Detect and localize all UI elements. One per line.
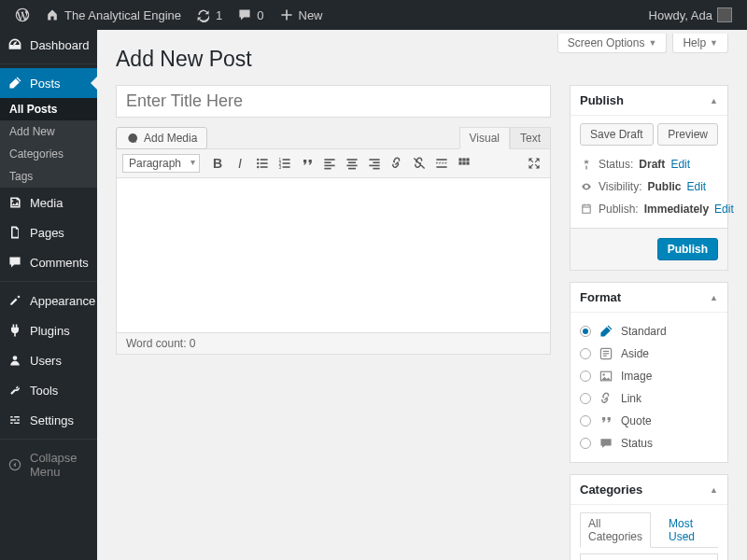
visibility-label: Visibility: — [599, 180, 641, 193]
status-label: Status: — [599, 158, 633, 171]
collapse-menu[interactable]: Collapse Menu — [0, 443, 97, 486]
format-label: Quote — [621, 414, 652, 427]
help-tab[interactable]: Help▼ — [672, 34, 728, 53]
text-tab[interactable]: Text — [510, 127, 551, 149]
bold-button[interactable]: B — [207, 153, 228, 174]
svg-point-5 — [257, 166, 259, 168]
screen-options-tab[interactable]: Screen Options▼ — [557, 34, 668, 53]
comments-count: 0 — [257, 8, 263, 22]
svg-rect-35 — [603, 351, 609, 352]
menu-users[interactable]: Users — [0, 345, 97, 375]
bullet-list-button[interactable] — [252, 153, 273, 174]
svg-rect-12 — [283, 166, 290, 168]
publish-value: Immediately — [644, 203, 709, 216]
link-icon — [599, 391, 613, 406]
menu-plugins[interactable]: Plugins — [0, 315, 97, 345]
format-aside[interactable]: Aside — [580, 343, 718, 365]
post-title-input[interactable] — [116, 85, 551, 118]
edit-status-link[interactable]: Edit — [670, 158, 690, 171]
box-title: Publish — [580, 93, 624, 107]
radio-icon — [580, 438, 591, 449]
save-draft-button[interactable]: Save Draft — [580, 123, 654, 146]
tab-all-categories[interactable]: All Categories — [580, 512, 651, 548]
menu-pages[interactable]: Pages — [0, 217, 97, 247]
edit-visibility-link[interactable]: Edit — [686, 180, 706, 193]
admin-toolbar: The Analytical Engine 1 0 New Howdy, Ada — [0, 0, 747, 30]
toggle-icon[interactable]: ▲ — [710, 293, 718, 302]
word-count: Word count: 0 — [117, 332, 550, 354]
preview-button[interactable]: Preview — [657, 123, 718, 146]
status-icon — [599, 436, 613, 451]
format-box: Format▲ Standard Aside Image Link Quote … — [570, 282, 728, 463]
editor: Paragraph B I 123 — [116, 148, 551, 355]
editor-body[interactable] — [117, 178, 550, 332]
admin-sidebar: Dashboard Posts All Posts Add New Catego… — [0, 30, 97, 560]
align-left-button[interactable] — [319, 153, 340, 174]
svg-rect-23 — [369, 165, 379, 167]
link-button[interactable] — [387, 153, 407, 174]
format-label: Link — [621, 392, 641, 405]
menu-comments[interactable]: Comments — [0, 247, 97, 277]
format-status[interactable]: Status — [580, 432, 718, 455]
svg-rect-27 — [436, 166, 446, 168]
menu-tools[interactable]: Tools — [0, 375, 97, 405]
read-more-button[interactable] — [431, 153, 452, 174]
toggle-icon[interactable]: ▲ — [710, 96, 718, 105]
number-list-button[interactable]: 123 — [275, 153, 295, 174]
comments-link[interactable]: 0 — [230, 0, 271, 30]
updates-link[interactable]: 1 — [189, 0, 230, 30]
menu-label: Comments — [30, 256, 89, 270]
label: Help — [683, 36, 706, 49]
aside-icon — [599, 346, 613, 361]
my-account-link[interactable]: Howdy, Ada — [641, 0, 740, 30]
svg-rect-26 — [436, 162, 446, 163]
blockquote-button[interactable] — [297, 153, 317, 174]
align-center-button[interactable] — [342, 153, 362, 174]
submenu-add-new[interactable]: Add New — [0, 120, 97, 143]
menu-dashboard[interactable]: Dashboard — [0, 30, 97, 60]
menu-label: Appearance — [30, 294, 95, 308]
new-content-link[interactable]: New — [272, 0, 331, 30]
format-image[interactable]: Image — [580, 365, 718, 387]
wp-logo[interactable] — [7, 0, 37, 30]
unlink-button[interactable] — [409, 153, 430, 174]
format-select[interactable]: Paragraph — [122, 154, 200, 173]
svg-point-1 — [257, 159, 259, 161]
menu-settings[interactable]: Settings — [0, 405, 97, 435]
tab-most-used[interactable]: Most Used — [660, 512, 718, 548]
site-name-link[interactable]: The Analytical Engine — [37, 0, 189, 30]
svg-rect-36 — [603, 353, 609, 354]
format-standard[interactable]: Standard — [580, 320, 718, 343]
fullscreen-button[interactable] — [524, 153, 544, 174]
avatar — [717, 7, 732, 22]
menu-label: Tools — [30, 384, 58, 398]
submenu-all-posts[interactable]: All Posts — [0, 98, 97, 120]
submenu-categories[interactable]: Categories — [0, 143, 97, 165]
submenu-tags[interactable]: Tags — [0, 165, 97, 188]
align-right-button[interactable] — [364, 153, 385, 174]
toggle-icon[interactable]: ▲ — [710, 485, 718, 495]
italic-button[interactable]: I — [230, 153, 250, 174]
menu-media[interactable]: Media — [0, 188, 97, 217]
svg-rect-2 — [261, 159, 268, 161]
edit-publish-link[interactable]: Edit — [714, 203, 734, 216]
format-quote[interactable]: Quote — [580, 410, 718, 432]
radio-icon — [580, 348, 591, 359]
visibility-icon — [580, 180, 593, 193]
toolbar-toggle-button[interactable] — [454, 153, 474, 174]
menu-posts[interactable]: Posts — [0, 68, 97, 98]
menu-appearance[interactable]: Appearance — [0, 286, 97, 315]
add-media-button[interactable]: Add Media — [116, 127, 207, 149]
publish-button[interactable]: Publish — [657, 238, 718, 260]
svg-point-3 — [257, 162, 259, 164]
svg-rect-25 — [436, 159, 446, 161]
svg-rect-6 — [261, 166, 268, 168]
format-label: Status — [621, 437, 653, 450]
svg-rect-20 — [348, 168, 356, 170]
menu-label: Media — [30, 196, 63, 210]
posts-submenu: All Posts Add New Categories Tags — [0, 98, 97, 188]
svg-rect-10 — [283, 162, 290, 164]
format-link[interactable]: Link — [580, 387, 718, 410]
svg-rect-29 — [462, 158, 465, 161]
visual-tab[interactable]: Visual — [459, 127, 510, 149]
